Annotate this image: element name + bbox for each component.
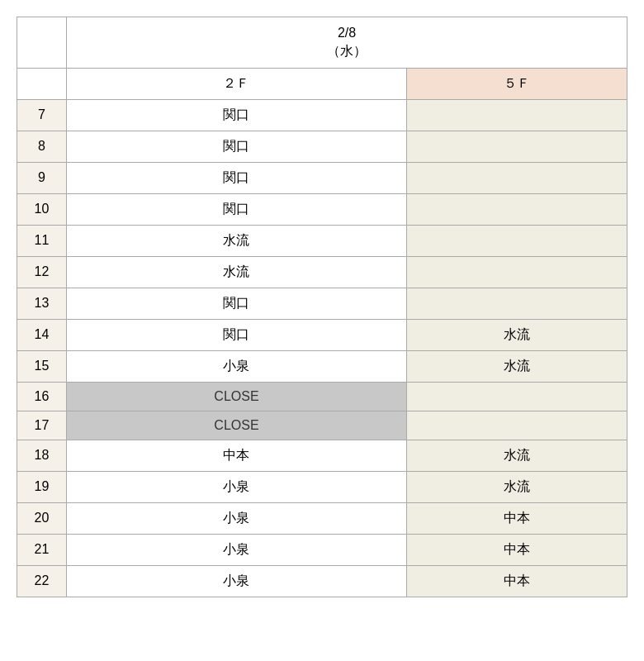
hour-cell: 17 — [17, 411, 67, 440]
staff-cell-2f: 関口 — [67, 162, 407, 193]
col-header-2f: ２Ｆ — [67, 68, 407, 99]
hour-cell: 21 — [17, 534, 67, 565]
staff-cell-5f — [406, 411, 627, 440]
staff-cell-2f: 関口 — [67, 99, 407, 131]
hour-cell: 22 — [17, 565, 67, 597]
staff-cell-5f — [406, 256, 627, 288]
hour-cell: 20 — [17, 502, 67, 534]
hour-cell: 9 — [17, 162, 67, 193]
hour-cell: 13 — [17, 288, 67, 319]
staff-cell-2f: 小泉 — [67, 565, 407, 597]
corner-cell-2 — [17, 68, 67, 99]
schedule-table: 2/8 （水） ２Ｆ ５Ｆ 7関口8関口9関口10関口11水流12水流13関口1… — [17, 17, 627, 597]
staff-cell-5f — [406, 288, 627, 319]
staff-cell-5f — [406, 382, 627, 411]
hour-cell: 15 — [17, 350, 67, 382]
staff-cell-5f: 水流 — [406, 350, 627, 382]
staff-cell-2f: 小泉 — [67, 534, 407, 565]
staff-cell-2f: 関口 — [67, 288, 407, 319]
staff-cell-5f: 水流 — [406, 319, 627, 350]
staff-cell-5f: 中本 — [406, 502, 627, 534]
hour-cell: 16 — [17, 382, 67, 411]
staff-cell-5f — [406, 99, 627, 131]
staff-cell-2f: CLOSE — [67, 411, 407, 440]
hour-cell: 14 — [17, 319, 67, 350]
hour-cell: 8 — [17, 131, 67, 162]
hour-cell: 18 — [17, 440, 67, 471]
staff-cell-5f — [406, 225, 627, 256]
staff-cell-2f: CLOSE — [67, 382, 407, 411]
staff-cell-2f: 水流 — [67, 225, 407, 256]
hour-cell: 12 — [17, 256, 67, 288]
staff-cell-5f: 中本 — [406, 565, 627, 597]
staff-cell-5f: 水流 — [406, 440, 627, 471]
staff-cell-2f: 小泉 — [67, 502, 407, 534]
staff-cell-2f: 水流 — [67, 256, 407, 288]
staff-cell-2f: 小泉 — [67, 350, 407, 382]
staff-cell-2f: 関口 — [67, 193, 407, 225]
hour-cell: 19 — [17, 471, 67, 502]
staff-cell-2f: 中本 — [67, 440, 407, 471]
staff-cell-5f — [406, 193, 627, 225]
staff-cell-2f: 関口 — [67, 131, 407, 162]
staff-cell-5f: 水流 — [406, 471, 627, 502]
hour-cell: 7 — [17, 99, 67, 131]
corner-cell — [17, 17, 67, 69]
staff-cell-2f: 関口 — [67, 319, 407, 350]
staff-cell-5f — [406, 162, 627, 193]
hour-cell: 11 — [17, 225, 67, 256]
hour-cell: 10 — [17, 193, 67, 225]
col-header-5f: ５Ｆ — [406, 68, 627, 99]
staff-cell-5f: 中本 — [406, 534, 627, 565]
staff-cell-2f: 小泉 — [67, 471, 407, 502]
staff-cell-5f — [406, 131, 627, 162]
date-header: 2/8 （水） — [67, 17, 627, 69]
